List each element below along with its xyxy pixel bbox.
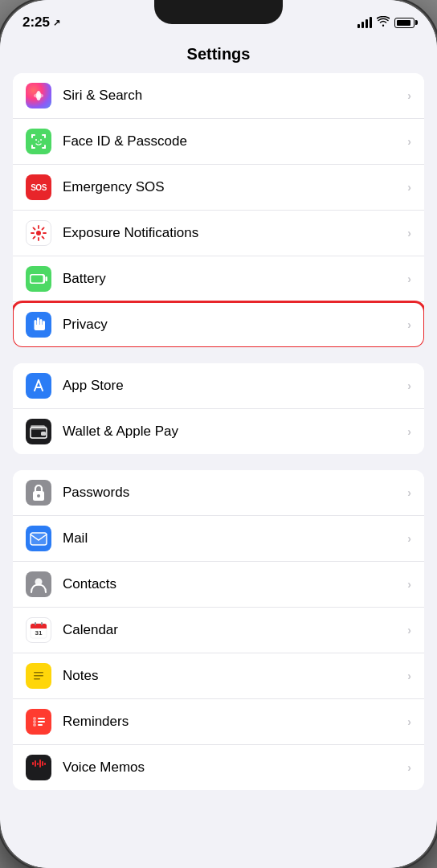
siri-label: Siri & Search <box>63 88 407 104</box>
svg-rect-43 <box>31 627 47 628</box>
appstore-chevron: › <box>407 379 411 392</box>
notch <box>154 0 283 24</box>
svg-line-21 <box>43 237 44 239</box>
mail-label: Mail <box>63 530 407 547</box>
calendar-label: Calendar <box>63 622 407 638</box>
svg-rect-7 <box>44 134 46 138</box>
settings-row-mail[interactable]: Mail › <box>13 516 424 562</box>
location-arrow-icon: ↗ <box>53 18 60 28</box>
settings-row-reminders[interactable]: Reminders › <box>13 699 424 745</box>
settings-group-2: App Store › Wallet & Apple Pay › <box>13 363 424 454</box>
status-icons <box>357 16 415 29</box>
page-title: Settings <box>0 39 437 73</box>
battery-status-icon <box>394 18 415 28</box>
svg-rect-27 <box>37 317 39 326</box>
svg-point-53 <box>33 723 36 727</box>
faceid-chevron: › <box>407 135 411 148</box>
settings-row-passwords[interactable]: Passwords › <box>13 470 424 516</box>
svg-rect-58 <box>35 760 36 767</box>
sos-text: SOS <box>31 183 47 192</box>
svg-line-23 <box>33 237 35 239</box>
appstore-icon <box>26 373 51 399</box>
svg-rect-48 <box>34 672 43 674</box>
svg-point-52 <box>33 720 36 723</box>
status-time: 2:25 ↗ <box>22 14 60 31</box>
svg-rect-14 <box>39 141 39 143</box>
svg-rect-61 <box>42 761 43 766</box>
svg-rect-62 <box>44 763 46 765</box>
settings-row-notes[interactable]: Notes › <box>13 653 424 699</box>
svg-text:31: 31 <box>35 629 43 637</box>
exposure-label: Exposure Notifications <box>63 225 407 241</box>
svg-rect-34 <box>31 425 45 428</box>
svg-line-22 <box>43 227 44 229</box>
svg-point-51 <box>33 717 36 720</box>
svg-rect-31 <box>35 325 46 330</box>
bottom-fade <box>0 804 437 868</box>
voicememos-icon <box>26 755 51 780</box>
svg-rect-26 <box>31 276 43 283</box>
settings-row-privacy[interactable]: Privacy › <box>13 302 424 347</box>
passwords-label: Passwords <box>63 485 407 501</box>
privacy-label: Privacy <box>63 317 407 333</box>
svg-rect-35 <box>41 432 46 436</box>
settings-row-appstore[interactable]: App Store › <box>13 363 424 409</box>
wallet-chevron: › <box>407 425 411 438</box>
svg-rect-46 <box>41 622 43 625</box>
svg-rect-59 <box>37 763 39 765</box>
notes-chevron: › <box>407 669 411 682</box>
calendar-chevron: › <box>407 624 411 637</box>
settings-row-battery[interactable]: Battery › <box>13 256 424 302</box>
battery-label: Battery <box>63 271 407 287</box>
settings-row-exposure[interactable]: Exposure Notifications › <box>13 211 424 256</box>
passwords-icon <box>26 480 51 506</box>
settings-group-3: Passwords › Mail › <box>13 470 424 790</box>
notes-label: Notes <box>63 668 407 684</box>
settings-row-faceid[interactable]: Face ID & Passcode › <box>13 119 424 165</box>
svg-rect-28 <box>40 319 43 326</box>
sos-label: Emergency SOS <box>63 179 407 195</box>
contacts-icon <box>26 571 51 597</box>
svg-rect-5 <box>31 134 33 138</box>
exposure-icon <box>26 220 51 246</box>
svg-point-3 <box>37 94 40 97</box>
sos-icon: SOS <box>26 174 51 200</box>
passwords-chevron: › <box>407 486 411 499</box>
wallet-label: Wallet & Apple Pay <box>63 424 407 440</box>
siri-icon <box>26 83 51 108</box>
settings-row-siri[interactable]: Siri & Search › <box>13 73 424 119</box>
svg-point-12 <box>35 139 37 141</box>
settings-row-voicememos[interactable]: Voice Memos › <box>13 745 424 790</box>
sos-chevron: › <box>407 181 411 194</box>
svg-rect-55 <box>38 721 45 723</box>
appstore-label: App Store <box>63 378 407 394</box>
settings-content: Siri & Search › <box>0 73 437 806</box>
settings-row-contacts[interactable]: Contacts › <box>13 562 424 608</box>
svg-rect-56 <box>38 724 43 726</box>
settings-row-sos[interactable]: SOS Emergency SOS › <box>13 165 424 211</box>
reminders-chevron: › <box>407 715 411 728</box>
svg-point-15 <box>36 231 41 235</box>
svg-rect-49 <box>34 675 43 677</box>
svg-rect-45 <box>35 622 36 625</box>
privacy-chevron: › <box>407 318 411 331</box>
signal-icon <box>357 17 372 28</box>
privacy-icon <box>26 312 51 338</box>
svg-rect-50 <box>34 678 40 680</box>
svg-rect-9 <box>31 145 33 149</box>
screen: 2:25 ↗ <box>0 0 437 868</box>
svg-point-37 <box>37 494 40 497</box>
calendar-icon: 31 <box>26 617 51 643</box>
svg-rect-60 <box>39 760 41 768</box>
voicememos-chevron: › <box>407 761 411 774</box>
svg-rect-54 <box>38 718 45 719</box>
svg-rect-57 <box>32 762 34 765</box>
settings-row-wallet[interactable]: Wallet & Apple Pay › <box>13 409 424 454</box>
contacts-chevron: › <box>407 578 411 591</box>
settings-row-calendar[interactable]: 31 Calendar › <box>13 608 424 653</box>
contacts-label: Contacts <box>63 576 407 592</box>
notes-icon <box>26 663 51 689</box>
battery-list-icon <box>26 266 51 292</box>
faceid-icon <box>26 129 51 154</box>
wifi-icon <box>377 16 390 29</box>
